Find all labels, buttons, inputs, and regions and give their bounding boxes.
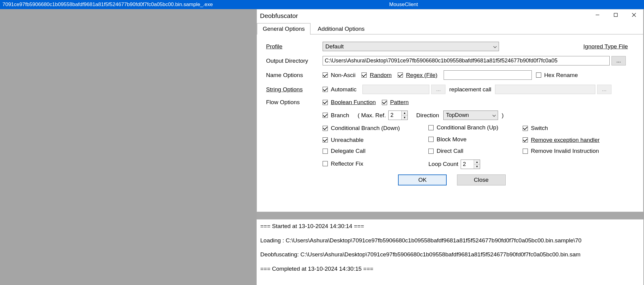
profile-combo[interactable]: Default <box>323 42 499 51</box>
direction-select[interactable]: TopDown <box>443 111 498 120</box>
regex-file-input[interactable] <box>444 70 532 80</box>
automatic-browse-button: ... <box>431 85 445 94</box>
replacement-call-browse-button: ... <box>597 85 611 94</box>
conditional-branch-down-checkbox[interactable]: Conditional Branch (Down) <box>323 125 400 132</box>
unreachable-checkbox[interactable]: Unreachable <box>323 137 364 143</box>
name-options-label: Name Options <box>266 72 323 79</box>
automatic-checkbox[interactable]: Automatic <box>323 86 356 93</box>
flow-options-label: Flow Options <box>266 99 323 106</box>
conditional-branch-up-checkbox[interactable]: Conditional Branch (Up) <box>428 124 498 131</box>
tab-general-options[interactable]: General Options <box>257 23 310 35</box>
minimize-button[interactable] <box>588 9 607 20</box>
direction-value: TopDown <box>446 112 469 118</box>
tab-additional-options[interactable]: Additional Options <box>312 23 370 35</box>
remove-invalid-instruction-checkbox[interactable]: Remove Invalid Instruction <box>523 148 599 154</box>
max-ref-spinner[interactable]: 2 ▲▼ <box>388 111 408 120</box>
close-button[interactable] <box>625 9 643 20</box>
log-panel: === Started at 13-10-2024 14:30:14 === L… <box>257 219 643 285</box>
spinner-up-icon[interactable]: ▲ <box>474 160 480 164</box>
max-ref-value: 2 <box>389 111 401 120</box>
max-ref-label: ( Max. Ref. <box>358 112 386 119</box>
reflector-fix-checkbox[interactable]: Reflector Fix <box>323 160 363 167</box>
log-line: === Completed at 13-10-2024 14:30:15 === <box>260 265 640 273</box>
pattern-checkbox[interactable]: Pattern <box>382 99 409 106</box>
output-directory-browse-button[interactable]: ... <box>611 56 626 65</box>
hex-rename-checkbox[interactable]: Hex Rename <box>536 72 578 79</box>
dialog-title: Deobfuscator <box>260 12 298 19</box>
log-line: Deobfuscating: C:\Users\Ashura\Desktop\7… <box>260 250 640 259</box>
maximize-button[interactable] <box>607 9 625 20</box>
titlebar-left: 7091ce97fb5906680c1b09558bafdf9681a81f5f… <box>0 0 387 9</box>
non-ascii-checkbox[interactable]: Non-Ascii <box>323 72 355 79</box>
profile-value: Default <box>325 43 344 50</box>
close-paren: ) <box>502 112 504 119</box>
switch-checkbox[interactable]: Switch <box>523 125 548 132</box>
window-title-right: MouseClient <box>389 2 418 8</box>
ok-button[interactable]: OK <box>398 174 447 185</box>
ignored-type-file-link[interactable]: Ignored Type File <box>583 43 628 50</box>
loop-count-value: 2 <box>461 160 474 169</box>
automatic-input <box>362 85 429 94</box>
spinner-down-icon[interactable]: ▼ <box>402 115 407 120</box>
spinner-up-icon[interactable]: ▲ <box>402 111 407 115</box>
log-line: Loading : C:\Users\Ashura\Desktop\7091ce… <box>260 236 640 245</box>
branch-checkbox[interactable]: Branch <box>323 112 349 119</box>
replacement-call-input <box>495 85 595 94</box>
loop-count-spinner[interactable]: 2 ▲▼ <box>461 160 480 169</box>
replacement-call-label: replacement call <box>449 86 491 93</box>
app-background-left <box>0 9 257 285</box>
spinner-down-icon[interactable]: ▼ <box>474 164 480 169</box>
dialog-titlebar: Deobfuscator <box>257 9 643 22</box>
svg-rect-1 <box>614 13 618 17</box>
boolean-function-checkbox[interactable]: Boolean Function <box>323 99 376 106</box>
chevron-down-icon <box>493 43 497 50</box>
output-directory-input[interactable] <box>323 56 610 65</box>
loop-count-label: Loop Count <box>428 161 458 167</box>
remove-exception-handler-checkbox[interactable]: Remove exception handler <box>523 137 600 143</box>
string-options-label: String Options <box>266 86 323 93</box>
window-title-left: 7091ce97fb5906680c1b09558bafdf9681a81f5f… <box>2 2 213 8</box>
profile-label: Profile <box>266 43 323 50</box>
direction-label: Direction <box>416 112 439 119</box>
chevron-down-icon <box>492 112 496 118</box>
direct-call-checkbox[interactable]: Direct Call <box>428 148 463 154</box>
deobfuscator-dialog: Deobfuscator General Options Additional … <box>257 9 643 212</box>
regex-file-checkbox[interactable]: Regex (File) <box>398 72 437 79</box>
close-dialog-button[interactable]: Close <box>457 174 506 185</box>
random-checkbox[interactable]: Random <box>362 72 392 79</box>
log-line: === Started at 13-10-2024 14:30:14 === <box>260 222 640 231</box>
delegate-call-checkbox[interactable]: Delegate Call <box>323 148 365 154</box>
output-directory-label: Output Directory <box>266 58 323 64</box>
window-controls <box>588 9 643 20</box>
titlebar-right: MouseClient <box>387 0 644 9</box>
block-move-checkbox[interactable]: Block Move <box>428 136 466 143</box>
tab-strip: General Options Additional Options <box>257 23 643 34</box>
